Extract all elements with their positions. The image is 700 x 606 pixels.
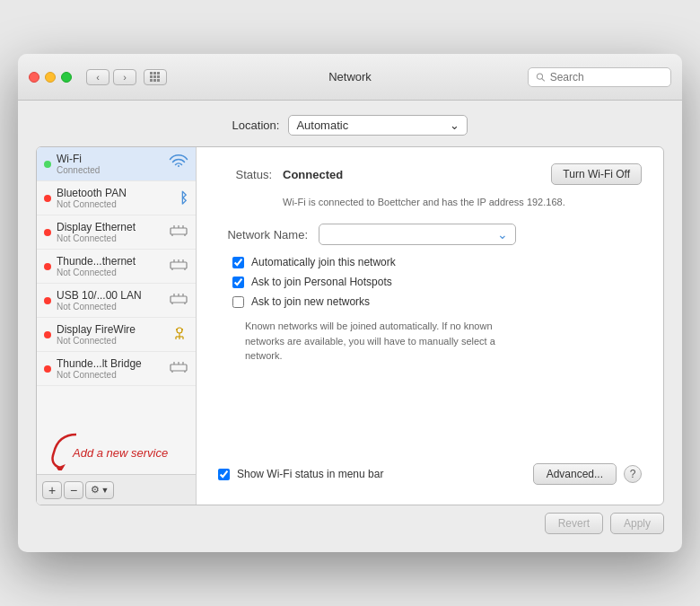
status-dot-thunderbolt-bridge [44, 365, 51, 373]
maximize-button[interactable] [61, 72, 72, 83]
svg-rect-6 [150, 79, 153, 82]
svg-rect-5 [157, 75, 160, 78]
search-input[interactable] [550, 71, 663, 83]
svg-point-9 [537, 73, 542, 78]
svg-rect-17 [171, 262, 187, 268]
checkbox-auto-join: Automatically join this network [232, 256, 642, 268]
location-arrow-icon: ⌄ [450, 119, 459, 132]
personal-hotspot-checkbox[interactable] [232, 277, 244, 288]
sidebar-item-status-usb-lan: Not Connected [57, 302, 163, 312]
nav-buttons: ‹ › [86, 69, 136, 85]
titlebar: ‹ › Network [18, 54, 682, 101]
sidebar-item-display-ethernet[interactable]: Display Ethernet Not Connected [37, 215, 196, 250]
personal-hotspot-label: Ask to join Personal Hotspots [251, 276, 392, 288]
back-button[interactable]: ‹ [86, 69, 109, 85]
grid-button[interactable] [144, 69, 167, 85]
new-networks-checkbox[interactable] [232, 296, 244, 308]
forward-button[interactable]: › [113, 69, 136, 85]
network-name-label: Network Name: [218, 228, 308, 242]
ethernet-icon-1 [169, 224, 188, 240]
checkbox-personal-hotspot: Ask to join Personal Hotspots [232, 276, 642, 288]
ethernet-icon-3 [169, 293, 188, 308]
ethernet-icon-2 [169, 259, 188, 274]
bottom-bar: Show Wi-Fi status in menu bar Advanced..… [218, 454, 642, 488]
svg-rect-23 [171, 296, 187, 303]
add-service-button[interactable]: + [42, 481, 62, 499]
annotation-area: Add a new service [37, 429, 196, 474]
svg-point-29 [177, 328, 182, 333]
apply-button[interactable]: Apply [610, 513, 664, 534]
spacer [218, 374, 642, 444]
remove-service-button[interactable]: − [64, 481, 83, 499]
minimize-button[interactable] [45, 72, 56, 83]
sidebar-item-wifi[interactable]: Wi-Fi Connected [37, 147, 196, 181]
body-split: Wi-Fi Connected [36, 146, 664, 505]
sidebar-item-status-bluetooth: Not Connected [57, 199, 174, 209]
sidebar-item-name-thunderbolt-bridge: Thunde...lt Bridge [57, 357, 163, 370]
action-buttons: Revert Apply [36, 505, 664, 538]
svg-rect-11 [171, 228, 187, 234]
help-button[interactable]: ? [624, 465, 642, 483]
auto-join-checkbox[interactable] [232, 257, 244, 268]
svg-rect-2 [157, 72, 160, 75]
gear-menu-button[interactable]: ⚙ ▼ [85, 481, 114, 499]
auto-join-label: Automatically join this network [251, 256, 396, 268]
status-dot-thunderbolt-ethernet [44, 263, 51, 270]
status-dot-usb-lan [44, 297, 51, 304]
show-wifi-label: Show Wi-Fi status in menu bar [237, 468, 383, 480]
status-dot-firewire [44, 331, 51, 338]
advanced-area: Advanced... ? [533, 463, 642, 485]
window-title: Network [328, 70, 372, 83]
checkboxes-area: Automatically join this network Ask to j… [232, 256, 642, 308]
svg-marker-42 [57, 464, 66, 470]
status-dot-bluetooth [44, 195, 51, 202]
sidebar-item-status-firewire: Not Connected [57, 336, 165, 346]
svg-rect-4 [153, 75, 156, 78]
sidebar-item-name-firewire: Display FireWire [57, 323, 165, 336]
svg-line-10 [542, 78, 545, 81]
svg-point-35 [181, 329, 183, 330]
sidebar-item-bluetooth-pan[interactable]: Bluetooth PAN Not Connected ᛒ [37, 181, 196, 215]
sidebar-item-name-usb-lan: USB 10/...00 LAN [57, 289, 163, 302]
sidebar-list: Wi-Fi Connected [37, 147, 196, 429]
svg-rect-8 [157, 79, 160, 82]
status-description: Wi-Fi is connected to Boettcher and has … [283, 196, 642, 209]
location-value: Automatic [296, 119, 348, 132]
turn-wifi-button[interactable]: Turn Wi-Fi Off [551, 163, 642, 185]
sidebar-item-status-display-ethernet: Not Connected [57, 233, 163, 243]
location-bar: Location: Automatic ⌄ [36, 115, 664, 136]
location-select[interactable]: Automatic ⌄ [288, 115, 468, 136]
network-name-select[interactable]: ⌄ [319, 224, 516, 245]
sidebar-item-display-firewire[interactable]: Display FireWire Not Connected [37, 318, 196, 352]
svg-point-34 [176, 329, 178, 330]
network-select-arrow-icon: ⌄ [497, 227, 508, 242]
sidebar-item-thunderbolt-ethernet[interactable]: Thunde...thernet Not Connected [37, 250, 196, 284]
sidebar-item-usb-lan[interactable]: USB 10/...00 LAN Not Connected [37, 284, 196, 318]
close-button[interactable] [29, 72, 39, 83]
search-bar[interactable] [528, 67, 671, 87]
sidebar-item-thunderbolt-bridge[interactable]: Thunde...lt Bridge Not Connected [37, 352, 196, 386]
gear-arrow-icon: ▼ [101, 486, 109, 495]
status-label: Status: [218, 168, 272, 181]
bluetooth-icon: ᛒ [179, 190, 188, 206]
revert-button[interactable]: Revert [545, 513, 603, 534]
sidebar-item-status-wifi: Connected [57, 165, 163, 175]
new-networks-label: Ask to join new networks [251, 295, 370, 308]
network-preferences-window: ‹ › Network [18, 54, 682, 552]
sidebar-item-name-display-ethernet: Display Ethernet [57, 221, 163, 233]
sidebar: Wi-Fi Connected [37, 147, 197, 505]
main-content: Location: Automatic ⌄ Wi-Fi Connected [18, 101, 682, 552]
svg-rect-3 [150, 75, 153, 78]
status-dot-wifi [44, 161, 51, 168]
search-icon [536, 72, 546, 83]
sidebar-item-name-wifi: Wi-Fi [57, 153, 163, 165]
location-label: Location: [232, 119, 280, 132]
status-dot-display-ethernet [44, 229, 51, 236]
show-wifi-checkbox[interactable] [218, 469, 230, 480]
advanced-button[interactable]: Advanced... [533, 463, 617, 485]
traffic-lights [29, 72, 72, 83]
status-value: Connected [283, 168, 343, 181]
svg-rect-0 [150, 72, 153, 75]
sidebar-item-status-thunderbolt-bridge: Not Connected [57, 370, 163, 380]
status-row: Status: Connected Turn Wi-Fi Off [218, 163, 642, 185]
